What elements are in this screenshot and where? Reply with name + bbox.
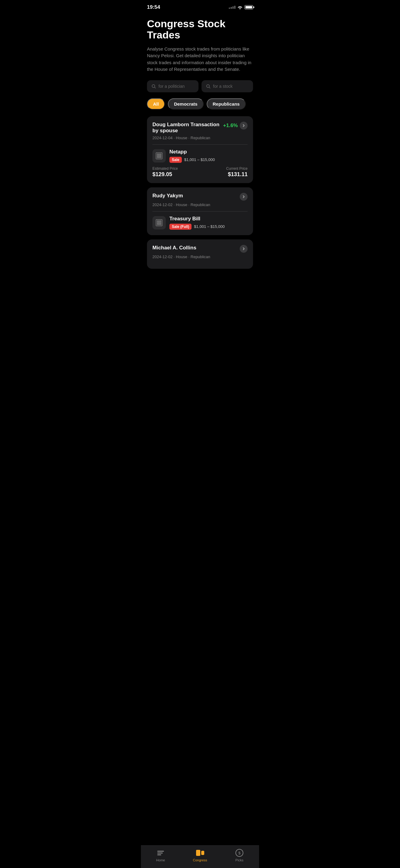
svg-rect-23	[160, 224, 162, 225]
svg-line-3	[209, 87, 210, 88]
card-meta-doug: 2024-12-04 · House · Republican	[152, 135, 248, 140]
card-title-rudy: Rudy Yakym	[152, 193, 240, 199]
divider	[152, 144, 248, 145]
svg-rect-9	[159, 155, 160, 156]
status-bar: 19:54	[141, 0, 259, 12]
svg-rect-18	[157, 222, 158, 223]
filter-all[interactable]: All	[147, 98, 165, 110]
price-current-doug: $131.11	[226, 171, 248, 178]
stock-name-doug: Netapp	[169, 149, 248, 155]
stock-info-doug: Netapp Sale $1,001 – $15,000	[169, 149, 248, 163]
stock-range-doug: $1,001 – $15,000	[184, 157, 215, 162]
page-title: Congress Stock Trades	[147, 18, 253, 41]
svg-rect-15	[157, 221, 158, 222]
stock-range-rudy: $1,001 – $15,000	[194, 224, 225, 229]
svg-point-0	[152, 85, 155, 87]
tag-sale-doug: Sale	[169, 157, 182, 163]
status-icons	[229, 5, 253, 9]
stock-icon-doug	[152, 149, 166, 162]
svg-rect-13	[160, 157, 162, 158]
svg-rect-20	[160, 222, 162, 223]
page-description: Analyse Congress stock trades from polit…	[147, 46, 253, 73]
main-content: Congress Stock Trades Analyse Congress s…	[141, 12, 259, 303]
search-icon	[151, 84, 156, 89]
stock-row-doug: Netapp Sale $1,001 – $15,000	[152, 149, 248, 163]
card-title-michael: Michael A. Collins	[152, 245, 240, 251]
tag-sale-rudy: Sale (Full)	[169, 224, 192, 230]
svg-rect-19	[159, 222, 160, 223]
card-badge-doug: +1.6%	[223, 122, 248, 129]
wifi-icon	[237, 5, 243, 9]
svg-rect-11	[157, 157, 158, 158]
svg-rect-10	[160, 155, 162, 156]
svg-rect-12	[159, 157, 160, 158]
card-michael-collins[interactable]: Michael A. Collins 2024-12-02 · House · …	[147, 239, 253, 269]
signal-icon	[229, 6, 235, 9]
price-row-doug: Estimated Price $129.05 Current Price $1…	[152, 166, 248, 178]
svg-rect-5	[157, 154, 158, 155]
stock-search-placeholder: for a stock	[213, 84, 233, 89]
price-estimated-doug: $129.05	[152, 171, 178, 178]
stock-row-rudy: Treasury Bill Sale (Full) $1,001 – $15,0…	[152, 216, 248, 230]
svg-rect-16	[159, 221, 160, 222]
svg-rect-6	[159, 154, 160, 155]
price-label-estimated: Estimated Price	[152, 166, 178, 171]
battery-icon	[245, 5, 253, 9]
filter-democrats[interactable]: Democrats	[168, 98, 204, 110]
card-meta-rudy: 2024-12-02 · House · Republican	[152, 203, 248, 207]
price-label-current: Current Price	[226, 166, 248, 171]
percent-doug: +1.6%	[223, 123, 238, 129]
svg-rect-17	[160, 221, 162, 222]
svg-line-1	[154, 87, 156, 88]
divider-2	[152, 211, 248, 212]
card-meta-michael: 2024-12-02 · House · Republican	[152, 254, 248, 259]
filter-row: All Democrats Republicans	[147, 98, 253, 110]
stock-search-box[interactable]: for a stock	[201, 80, 253, 92]
status-time: 19:54	[147, 4, 160, 10]
stock-tags-rudy: Sale (Full) $1,001 – $15,000	[169, 224, 248, 230]
svg-point-2	[207, 85, 209, 87]
card-doug-lamborn[interactable]: Doug Lamborn Transaction by spouse +1.6%…	[147, 116, 253, 183]
chevron-michael[interactable]	[240, 245, 248, 253]
politician-search-box[interactable]: for a politician	[147, 80, 199, 92]
chevron-rudy[interactable]	[240, 193, 248, 200]
card-rudy-yakym[interactable]: Rudy Yakym 2024-12-02 · House · Republic…	[147, 187, 253, 235]
search-icon-2	[206, 84, 210, 89]
politician-search-placeholder: for a politician	[159, 84, 184, 89]
svg-rect-22	[159, 224, 160, 225]
filter-republicans[interactable]: Republicans	[207, 98, 246, 110]
stock-icon-rudy	[152, 216, 166, 229]
card-title-doug: Doug Lamborn Transaction by spouse	[152, 122, 223, 134]
search-row: for a politician for a stock	[147, 80, 253, 92]
chevron-doug[interactable]	[240, 122, 248, 129]
svg-rect-8	[157, 155, 158, 156]
stock-name-rudy: Treasury Bill	[169, 216, 248, 222]
svg-rect-21	[157, 224, 158, 225]
stock-info-rudy: Treasury Bill Sale (Full) $1,001 – $15,0…	[169, 216, 248, 230]
stock-tags-doug: Sale $1,001 – $15,000	[169, 157, 248, 163]
svg-rect-7	[160, 154, 162, 155]
